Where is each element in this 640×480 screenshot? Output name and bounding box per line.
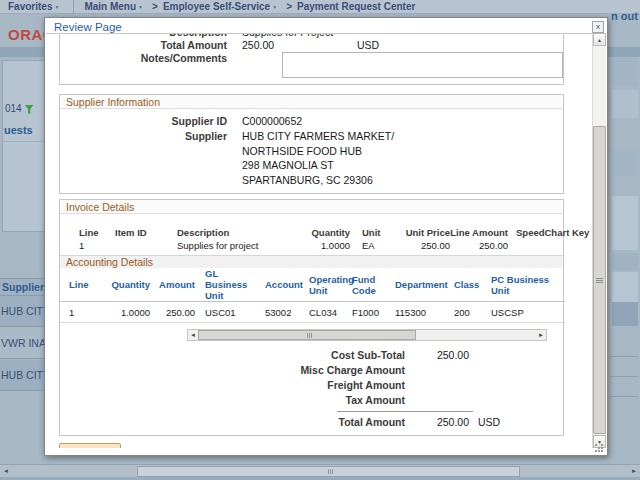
total-amount-row: Total Amount 250.00 USD xyxy=(60,39,563,52)
background-pagelet xyxy=(612,253,638,270)
accounting-horizontal-scrollbar[interactable]: ◄ ► xyxy=(187,329,547,341)
supplier-address-line: 298 MAGNOLIA ST xyxy=(242,158,394,173)
background-pagelet xyxy=(612,272,638,302)
tax-amount-value xyxy=(405,393,469,408)
filter-funnel-icon xyxy=(25,105,34,114)
acct-quantity: 1.0000 xyxy=(100,302,150,323)
accounting-details-header: Accounting Details xyxy=(60,255,563,268)
scrollbar-grip-icon xyxy=(328,469,329,474)
acct-gl-business-unit: USC01 xyxy=(195,302,255,323)
invoice-line-amount: 250.00 xyxy=(450,238,508,253)
close-icon[interactable]: x xyxy=(592,21,604,33)
acct-pc-business-unit: USCSP xyxy=(491,302,565,323)
dropdown-arrow-icon: ▼ xyxy=(54,4,59,10)
requests-link-fragment: uests xyxy=(4,124,33,136)
grand-total-row: Total Amount 250.00 USD xyxy=(60,414,563,430)
acct-fund-code: F1000 xyxy=(348,302,393,323)
column-header-item-id: Item ID xyxy=(115,222,177,238)
totals-block: Cost Sub-Total 250.00 Misc Charge Amount… xyxy=(60,348,563,430)
column-header-class[interactable]: Class xyxy=(451,268,491,302)
invoice-line-row: 1 Supplies for project 1.0000 EA 250.00 … xyxy=(60,238,565,253)
acct-operating-unit: CL034 xyxy=(300,302,348,323)
breadcrumb-payment-request-center[interactable]: Payment Request Center xyxy=(297,1,415,12)
resize-grip-icon[interactable] xyxy=(595,444,597,446)
grand-total-label: Total Amount xyxy=(60,415,405,430)
supplier-address-line: HUB CITY FARMERS MARKET/ xyxy=(242,129,394,144)
column-header-amount[interactable]: Amount xyxy=(150,268,195,302)
notes-comments-input[interactable] xyxy=(282,52,563,78)
invoice-item-id xyxy=(115,238,177,253)
column-header-line[interactable]: Line xyxy=(60,268,100,302)
modal-scroll-area: Description Supplies for Project Total A… xyxy=(46,33,592,448)
supplier-information-section: Supplier Information Supplier ID C000000… xyxy=(59,94,564,194)
invoice-header-row: Line Item ID Description Quantity Unit U… xyxy=(60,222,565,238)
scroll-right-icon[interactable]: ► xyxy=(538,330,544,340)
notes-row: Notes/Comments xyxy=(60,52,563,78)
breadcrumb-employee-self-service[interactable]: Employee Self-Service▼ xyxy=(163,1,277,12)
breadcrumb-separator: > xyxy=(286,1,292,12)
misc-charge-row: Misc Charge Amount xyxy=(60,363,563,378)
column-header-account[interactable]: Account xyxy=(255,268,300,302)
favorites-menu[interactable]: Favorites▼ xyxy=(8,1,59,12)
background-pagelet xyxy=(612,302,638,326)
background-pagelet xyxy=(612,150,638,176)
dropdown-arrow-icon: ▼ xyxy=(272,4,277,10)
freight-amount-row: Freight Amount xyxy=(60,378,563,393)
cost-subtotal-value: 250.00 xyxy=(405,348,469,363)
scroll-up-icon[interactable]: ▲ xyxy=(593,33,606,46)
misc-charge-value xyxy=(405,363,469,378)
supplier-id-value: C000000652 xyxy=(242,114,302,129)
column-header-gl-business-unit[interactable]: GL Business Unit xyxy=(195,268,255,302)
supplier-name-row: Supplier HUB CITY FARMERS MARKET/ NORTHS… xyxy=(60,129,563,187)
review-page-modal: Review Page x Description Supplies for P… xyxy=(44,17,608,456)
supplier-label: Supplier xyxy=(60,129,227,187)
background-pagelet xyxy=(612,58,638,86)
supplier-address-line: NORTHSIDE FOOD HUB xyxy=(242,144,394,159)
column-header-unit: Unit xyxy=(350,222,395,238)
scroll-down-icon[interactable]: ▼ xyxy=(593,435,606,448)
accounting-row: 1 1.0000 250.00 USC01 53002 CL034 F1000 … xyxy=(60,302,565,323)
accounting-scrollbar-thumb[interactable] xyxy=(198,330,416,340)
totals-divider xyxy=(337,411,473,412)
freight-amount-label: Freight Amount xyxy=(60,378,405,393)
notes-label: Notes/Comments xyxy=(60,52,227,78)
column-header-department[interactable]: Department xyxy=(393,268,451,302)
grand-total-currency: USD xyxy=(478,415,500,430)
acct-line: 1 xyxy=(60,302,100,323)
column-header-line: Line xyxy=(60,222,115,238)
sign-out-link: n out xyxy=(611,10,638,22)
scroll-left-icon[interactable]: ◄ xyxy=(190,330,196,340)
total-amount-label: Total Amount xyxy=(60,39,227,52)
modal-title: Review Page xyxy=(54,21,122,33)
column-header-pc-business-unit[interactable]: PC Business Unit xyxy=(491,268,565,302)
acct-department: 115300 xyxy=(393,302,451,323)
tax-amount-label: Tax Amount xyxy=(60,393,405,408)
background-pagelet: 014 uests xyxy=(2,60,48,232)
supplier-address: HUB CITY FARMERS MARKET/ NORTHSIDE FOOD … xyxy=(242,129,394,187)
main-menu[interactable]: Main Menu▼ xyxy=(84,1,143,12)
breadcrumb: Favorites▼ Main Menu▼ > Employee Self-Se… xyxy=(0,0,640,14)
background-row-line xyxy=(610,376,638,377)
column-header-quantity[interactable]: Quantity xyxy=(100,268,150,302)
supplier-id-label: Supplier ID xyxy=(60,114,227,129)
background-table-row: VWR INATL I xyxy=(0,328,44,359)
menu-divider xyxy=(73,0,74,14)
invoice-unit-price: 250.00 xyxy=(395,238,450,253)
supplier-address-line: SPARTANBURG, SC 29306 xyxy=(242,173,394,188)
divider xyxy=(3,141,48,142)
column-header-operating-unit[interactable]: Operating Unit xyxy=(300,268,348,302)
dropdown-arrow-icon: ▼ xyxy=(138,4,143,10)
date-filter-fragment: 014 xyxy=(5,103,34,114)
return-button[interactable]: Return xyxy=(59,443,121,448)
modal-scrollbar-thumb[interactable] xyxy=(593,126,606,434)
background-row-line xyxy=(610,396,638,397)
modal-vertical-scrollbar[interactable]: ▲ ▼ xyxy=(592,33,606,448)
supplier-information-header: Supplier Information xyxy=(60,95,563,109)
acct-account: 53002 xyxy=(255,302,300,323)
page-scrollbar-thumb[interactable] xyxy=(137,466,520,477)
page-horizontal-scrollbar[interactable]: ◄ ► xyxy=(0,464,640,477)
column-header-fund-code[interactable]: Fund Code xyxy=(348,268,393,302)
misc-charge-label: Misc Charge Amount xyxy=(60,363,405,378)
invoice-line: 1 xyxy=(60,238,115,253)
invoice-description: Supplies for project xyxy=(177,238,285,253)
